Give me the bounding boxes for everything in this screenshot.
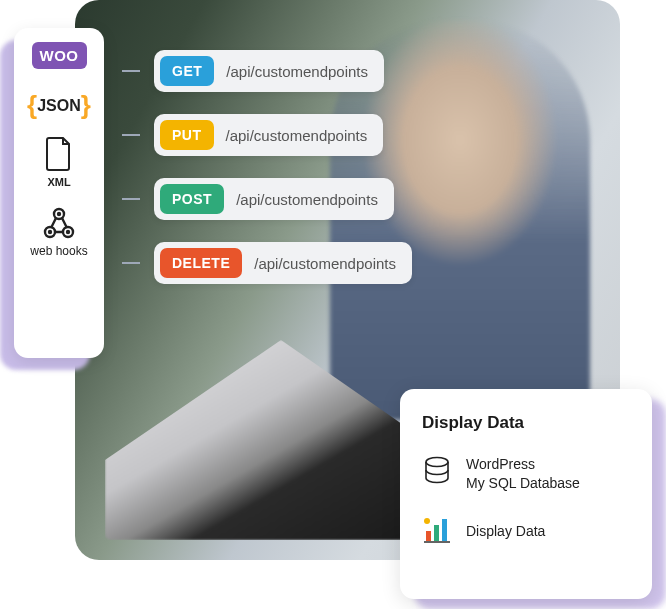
json-label: JSON [37,97,81,114]
connector-line [122,134,140,136]
svg-rect-8 [434,525,439,541]
endpoint-pill: GET /api/customendpoints [154,50,384,92]
svg-point-4 [48,230,52,234]
display-data-card: Display Data WordPress My SQL Database [400,389,652,599]
endpoint-row-put: PUT /api/customendpoints [122,114,412,156]
connector-line [122,198,140,200]
display-row-line1: WordPress [466,455,580,474]
endpoint-pill: DELETE /api/customendpoints [154,242,412,284]
xml-label: XML [47,176,70,188]
endpoint-pill: PUT /api/customendpoints [154,114,383,156]
svg-point-3 [57,212,61,216]
connector-line [122,262,140,264]
svg-point-6 [426,457,448,466]
sidebar-item-webhooks: web hooks [20,206,98,258]
display-row-line2: My SQL Database [466,474,580,493]
webhook-label: web hooks [30,244,87,258]
display-row-line1: Display Data [466,522,545,541]
sidebar-item-woo: WOO [20,42,98,69]
endpoints-list: GET /api/customendpoints PUT /api/custom… [122,50,412,284]
bar-chart-icon [422,515,452,549]
endpoint-pill: POST /api/customendpoints [154,178,394,220]
http-method-badge: PUT [160,120,214,150]
endpoint-path: /api/customendpoints [254,255,396,272]
http-method-badge: GET [160,56,214,86]
sidebar-item-json: {JSON} [20,87,98,118]
integrations-sidebar: WOO {JSON} XML [14,28,104,358]
svg-point-5 [66,230,70,234]
webhook-icon [40,206,78,240]
http-method-badge: DELETE [160,248,242,278]
sidebar-item-xml: XML [20,136,98,188]
database-icon [422,456,452,492]
endpoint-path: /api/customendpoints [236,191,378,208]
http-method-badge: POST [160,184,224,214]
endpoint-row-get: GET /api/customendpoints [122,50,412,92]
svg-point-10 [424,518,430,524]
svg-rect-9 [442,519,447,541]
endpoint-path: /api/customendpoints [226,63,368,80]
endpoint-row-post: POST /api/customendpoints [122,178,412,220]
display-row-database: WordPress My SQL Database [422,455,630,493]
json-icon: {JSON} [17,87,101,118]
endpoint-row-delete: DELETE /api/customendpoints [122,242,412,284]
xml-file-icon [45,136,73,172]
woo-icon: WOO [32,42,87,69]
connector-line [122,70,140,72]
endpoint-path: /api/customendpoints [226,127,368,144]
display-card-title: Display Data [422,413,630,433]
display-row-chart: Display Data [422,515,630,549]
svg-rect-7 [426,531,431,541]
